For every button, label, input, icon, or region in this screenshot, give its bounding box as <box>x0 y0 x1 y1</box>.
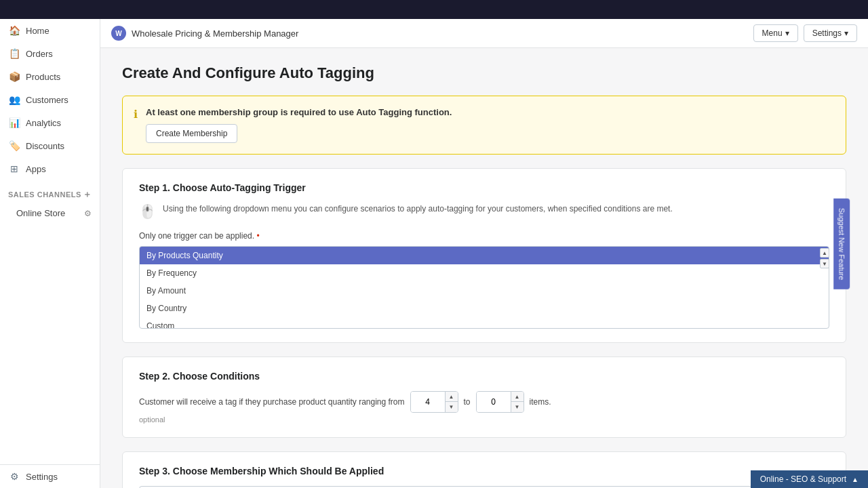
sidebar-item-settings[interactable]: ⚙ Settings <box>0 465 100 488</box>
step1-title: Step 1. Choose Auto-Tagging Trigger <box>139 182 829 193</box>
online-store-settings-icon[interactable]: ⚙ <box>84 209 92 218</box>
page-content: Create And Configure Auto Tagging ℹ At l… <box>100 48 868 488</box>
sales-channels-header-icons: ＋ <box>83 188 92 201</box>
app-header: W Wholesale Pricing & Membership Manager… <box>100 19 868 48</box>
sidebar-label-discounts: Discounts <box>26 141 64 151</box>
support-bar[interactable]: Online - SEO & Support ▲ <box>751 470 868 488</box>
required-indicator: • <box>256 231 259 241</box>
analytics-icon: 📊 <box>8 117 20 129</box>
orders-icon: 📋 <box>8 47 20 60</box>
step1-card: Step 1. Choose Auto-Tagging Trigger 🖱️ U… <box>122 168 846 343</box>
sidebar-item-orders[interactable]: 📋 Orders <box>0 42 100 65</box>
alert-text: At least one membership group is require… <box>146 107 835 117</box>
step2-card: Step 2. Choose Conditions Customer will … <box>122 357 846 438</box>
sidebar-item-apps[interactable]: ⊞ Apps <box>0 157 100 180</box>
from-spinners: ▲ ▼ <box>445 392 458 412</box>
condition-text-post: items. <box>530 397 551 407</box>
add-channel-icon[interactable]: ＋ <box>83 188 92 201</box>
to-decrement-button[interactable]: ▼ <box>511 402 524 412</box>
products-icon: 📦 <box>8 70 20 83</box>
step1-info-text: Using the following dropdown menu you ca… <box>163 203 673 215</box>
app-header-left: W Wholesale Pricing & Membership Manager <box>111 26 298 41</box>
step3-title: Step 3. Choose Membership Which Should B… <box>139 466 829 476</box>
to-value-input[interactable] <box>477 392 511 412</box>
to-spinners: ▲ ▼ <box>511 392 524 412</box>
listbox-scroll: ▲ ▼ <box>822 248 827 327</box>
alert-content: At least one membership group is require… <box>146 107 835 143</box>
from-value-input[interactable] <box>411 392 445 412</box>
sidebar-item-online-store[interactable]: Online Store ⚙ <box>0 203 100 223</box>
trigger-label: Only one trigger can be applied. • <box>139 231 829 241</box>
menu-chevron-icon: ▾ <box>785 28 789 38</box>
sidebar-bottom: ⚙ Settings <box>0 464 100 488</box>
step1-info-icon: 🖱️ <box>139 201 156 222</box>
from-decrement-button[interactable]: ▼ <box>446 402 458 412</box>
from-increment-button[interactable]: ▲ <box>446 392 458 402</box>
condition-text-pre: Customer will receive a tag if they purc… <box>139 397 405 407</box>
app-title: Wholesale Pricing & Membership Manager <box>132 28 298 39</box>
trigger-option-by-frequency[interactable]: By Frequency <box>140 264 829 282</box>
trigger-options: By Products Quantity By Frequency By Amo… <box>140 247 829 328</box>
step1-info: 🖱️ Using the following dropdown menu you… <box>139 203 829 222</box>
apps-icon: ⊞ <box>8 163 20 175</box>
alert-box: ℹ At least one membership group is requi… <box>122 96 846 155</box>
scroll-down-button[interactable]: ▼ <box>820 259 829 268</box>
sidebar-item-products[interactable]: 📦 Products <box>0 65 100 88</box>
menu-button[interactable]: Menu ▾ <box>753 24 798 42</box>
trigger-option-by-products-quantity[interactable]: By Products Quantity <box>140 247 829 264</box>
create-membership-button[interactable]: Create Membership <box>146 124 237 143</box>
scroll-up-button[interactable]: ▲ <box>820 248 829 258</box>
discounts-icon: 🏷️ <box>8 140 20 152</box>
app-logo: W <box>111 26 126 41</box>
to-value-input-group: ▲ ▼ <box>476 391 524 413</box>
page-title: Create And Configure Auto Tagging <box>122 64 846 82</box>
sidebar-item-discounts[interactable]: 🏷️ Discounts <box>0 134 100 157</box>
suggest-feature-tab[interactable]: Suggest New Feature <box>833 199 850 289</box>
sidebar-item-customers[interactable]: 👥 Customers <box>0 88 100 111</box>
sidebar-label-home: Home <box>26 26 50 36</box>
sidebar-label-online-store: Online Store <box>16 208 65 218</box>
settings-button[interactable]: Settings ▾ <box>804 24 857 42</box>
settings-icon: ⚙ <box>8 470 20 483</box>
step3-card: Step 3. Choose Membership Which Should B… <box>122 451 846 488</box>
home-icon: 🏠 <box>8 24 20 37</box>
sidebar-item-home[interactable]: 🏠 Home <box>0 19 100 42</box>
sidebar: 🏠 Home 📋 Orders 📦 Products 👥 Customers 📊… <box>0 19 100 488</box>
sidebar-label-products: Products <box>26 72 60 82</box>
app-header-right: Menu ▾ Settings ▾ <box>753 24 857 42</box>
content-area: W Wholesale Pricing & Membership Manager… <box>100 19 868 488</box>
alert-icon: ℹ <box>134 108 138 121</box>
sidebar-label-analytics: Analytics <box>26 118 61 128</box>
optional-label: optional <box>139 415 829 424</box>
sidebar-label-customers: Customers <box>26 95 68 105</box>
trigger-listbox[interactable]: By Products Quantity By Frequency By Amo… <box>139 246 829 329</box>
sidebar-label-orders: Orders <box>26 49 53 59</box>
trigger-option-by-amount[interactable]: By Amount <box>140 282 829 300</box>
to-increment-button[interactable]: ▲ <box>511 392 524 402</box>
sidebar-label-apps: Apps <box>26 164 46 174</box>
separator-text: to <box>464 397 471 407</box>
from-value-input-group: ▲ ▼ <box>410 391 458 413</box>
conditions-row: Customer will receive a tag if they purc… <box>139 391 829 413</box>
step2-title: Step 2. Choose Conditions <box>139 371 829 382</box>
top-bar <box>0 0 868 19</box>
sidebar-label-settings: Settings <box>26 472 58 482</box>
trigger-option-custom[interactable]: Custom <box>140 317 829 328</box>
customers-icon: 👥 <box>8 94 20 106</box>
trigger-option-by-country[interactable]: By Country <box>140 300 829 317</box>
sidebar-item-analytics[interactable]: 📊 Analytics <box>0 111 100 134</box>
sales-channels-header: SALES CHANNELS ＋ <box>0 180 100 203</box>
support-bar-chevron-icon: ▲ <box>852 476 859 483</box>
settings-chevron-icon: ▾ <box>844 28 848 38</box>
support-bar-label: Online - SEO & Support <box>760 474 846 484</box>
